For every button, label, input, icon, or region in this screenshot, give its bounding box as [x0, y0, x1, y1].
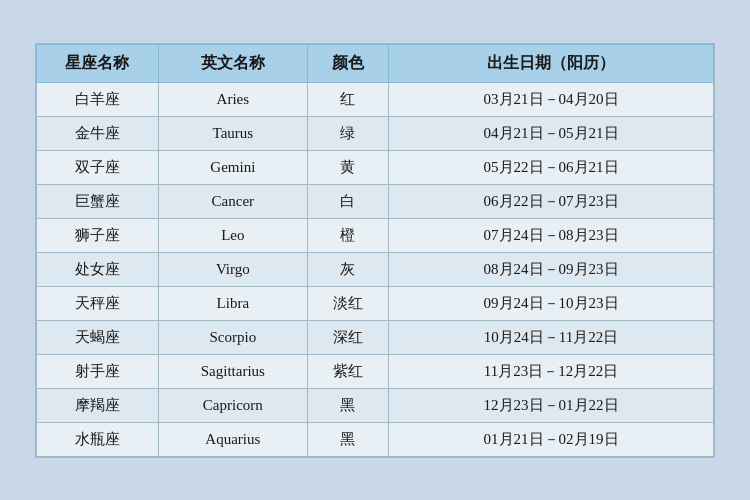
zodiac-table: 星座名称 英文名称 颜色 出生日期（阳历） 白羊座Aries红03月21日－04…	[36, 44, 714, 457]
cell-zh: 射手座	[37, 354, 159, 388]
cell-color: 橙	[307, 218, 388, 252]
cell-zh: 白羊座	[37, 82, 159, 116]
cell-en: Leo	[158, 218, 307, 252]
cell-date: 06月22日－07月23日	[389, 184, 714, 218]
table-row: 天蝎座Scorpio深红10月24日－11月22日	[37, 320, 714, 354]
table-row: 射手座Sagittarius紫红11月23日－12月22日	[37, 354, 714, 388]
table-body: 白羊座Aries红03月21日－04月20日金牛座Taurus绿04月21日－0…	[37, 82, 714, 456]
cell-en: Aquarius	[158, 422, 307, 456]
cell-color: 黑	[307, 388, 388, 422]
cell-en: Taurus	[158, 116, 307, 150]
cell-color: 淡红	[307, 286, 388, 320]
cell-en: Sagittarius	[158, 354, 307, 388]
header-color: 颜色	[307, 44, 388, 82]
header-en: 英文名称	[158, 44, 307, 82]
cell-date: 08月24日－09月23日	[389, 252, 714, 286]
cell-en: Scorpio	[158, 320, 307, 354]
cell-date: 10月24日－11月22日	[389, 320, 714, 354]
zodiac-table-container: 星座名称 英文名称 颜色 出生日期（阳历） 白羊座Aries红03月21日－04…	[35, 43, 715, 458]
cell-zh: 处女座	[37, 252, 159, 286]
cell-date: 01月21日－02月19日	[389, 422, 714, 456]
header-zh: 星座名称	[37, 44, 159, 82]
table-row: 水瓶座Aquarius黑01月21日－02月19日	[37, 422, 714, 456]
cell-zh: 狮子座	[37, 218, 159, 252]
cell-date: 05月22日－06月21日	[389, 150, 714, 184]
cell-en: Virgo	[158, 252, 307, 286]
cell-color: 绿	[307, 116, 388, 150]
cell-zh: 摩羯座	[37, 388, 159, 422]
cell-color: 黑	[307, 422, 388, 456]
cell-zh: 水瓶座	[37, 422, 159, 456]
cell-en: Libra	[158, 286, 307, 320]
cell-en: Gemini	[158, 150, 307, 184]
table-row: 天秤座Libra淡红09月24日－10月23日	[37, 286, 714, 320]
cell-zh: 天蝎座	[37, 320, 159, 354]
table-header-row: 星座名称 英文名称 颜色 出生日期（阳历）	[37, 44, 714, 82]
cell-date: 11月23日－12月22日	[389, 354, 714, 388]
cell-date: 03月21日－04月20日	[389, 82, 714, 116]
cell-en: Aries	[158, 82, 307, 116]
cell-color: 紫红	[307, 354, 388, 388]
cell-zh: 天秤座	[37, 286, 159, 320]
cell-zh: 巨蟹座	[37, 184, 159, 218]
cell-en: Cancer	[158, 184, 307, 218]
table-row: 双子座Gemini黄05月22日－06月21日	[37, 150, 714, 184]
cell-color: 黄	[307, 150, 388, 184]
cell-zh: 双子座	[37, 150, 159, 184]
table-row: 摩羯座Capricorn黑12月23日－01月22日	[37, 388, 714, 422]
table-row: 狮子座Leo橙07月24日－08月23日	[37, 218, 714, 252]
cell-color: 灰	[307, 252, 388, 286]
cell-color: 白	[307, 184, 388, 218]
cell-color: 红	[307, 82, 388, 116]
table-row: 白羊座Aries红03月21日－04月20日	[37, 82, 714, 116]
cell-date: 07月24日－08月23日	[389, 218, 714, 252]
cell-zh: 金牛座	[37, 116, 159, 150]
table-row: 处女座Virgo灰08月24日－09月23日	[37, 252, 714, 286]
cell-date: 04月21日－05月21日	[389, 116, 714, 150]
cell-color: 深红	[307, 320, 388, 354]
cell-date: 09月24日－10月23日	[389, 286, 714, 320]
header-date: 出生日期（阳历）	[389, 44, 714, 82]
cell-en: Capricorn	[158, 388, 307, 422]
table-row: 巨蟹座Cancer白06月22日－07月23日	[37, 184, 714, 218]
table-row: 金牛座Taurus绿04月21日－05月21日	[37, 116, 714, 150]
cell-date: 12月23日－01月22日	[389, 388, 714, 422]
